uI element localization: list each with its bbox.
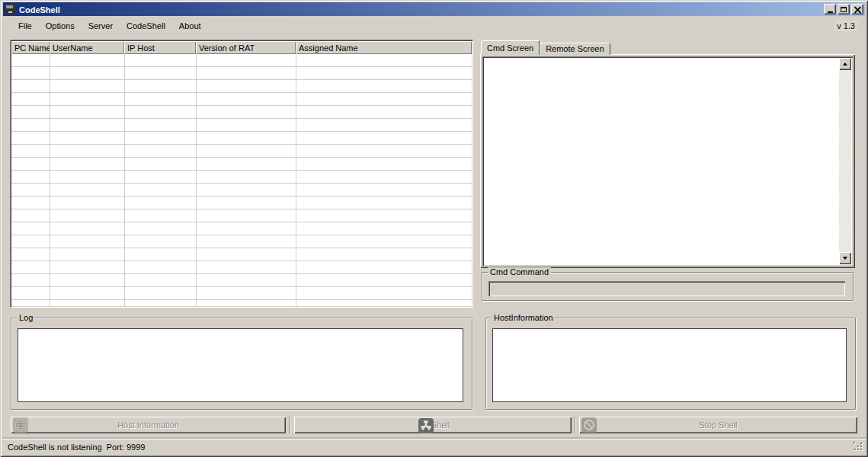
column-header-pc-name[interactable]: PC Name xyxy=(11,41,50,54)
cmd-command-groupbox: Cmd Command xyxy=(482,272,854,301)
column-header-version-of-rat[interactable]: Version of RAT xyxy=(196,41,296,54)
column-header-ip-host[interactable]: IP Host xyxy=(124,41,196,54)
stop-shell-button-label: Stop Shell xyxy=(699,420,737,430)
scrollbar-track[interactable] xyxy=(839,70,851,252)
window-controls xyxy=(824,4,863,14)
cmd-screen-tabpage xyxy=(480,54,855,268)
listview-header: PC Name UserName IP Host Version of RAT … xyxy=(11,41,472,54)
minimize-button[interactable] xyxy=(824,4,836,14)
version-label: v 1.3 xyxy=(834,21,858,31)
grid-line xyxy=(296,54,296,306)
titlebar: CodeShell xyxy=(3,2,865,16)
menu-item-options[interactable]: Options xyxy=(39,19,82,33)
prohibition-icon xyxy=(581,417,597,433)
button-separator xyxy=(575,417,576,433)
column-header-username[interactable]: UserName xyxy=(50,41,124,54)
grid-line xyxy=(196,54,197,306)
scroll-down-button[interactable] xyxy=(839,252,851,264)
globe-icon xyxy=(13,417,28,433)
radiation-icon xyxy=(418,418,434,433)
menubar: File Options Server CodeShell About v 1.… xyxy=(3,18,865,34)
clients-listview[interactable]: PC Name UserName IP Host Version of RAT … xyxy=(10,40,473,308)
listview-body[interactable] xyxy=(11,54,472,306)
maximize-icon xyxy=(841,7,847,12)
menu-item-codeshell[interactable]: CodeShell xyxy=(120,19,172,33)
cmd-command-label: Cmd Command xyxy=(488,267,551,277)
shell-button[interactable]: Shell xyxy=(294,417,572,433)
vertical-scrollbar xyxy=(839,58,851,264)
tab-remote-screen[interactable]: Remote Screen xyxy=(540,43,610,55)
log-groupbox: Log xyxy=(11,318,472,410)
minimize-icon xyxy=(828,11,833,13)
resize-grip[interactable] xyxy=(854,442,863,452)
scroll-up-button[interactable] xyxy=(839,58,851,70)
host-information-button-label: Host Information xyxy=(117,420,179,430)
arrow-up-icon xyxy=(843,62,847,66)
status-text: CodeShell is not listening Port: 9999 xyxy=(8,443,145,452)
host-information-label: HostInformation xyxy=(492,313,556,323)
host-information-groupbox: HostInformation xyxy=(485,318,856,410)
statusbar: CodeShell is not listening Port: 9999 xyxy=(2,439,866,455)
close-button[interactable] xyxy=(851,4,863,14)
shell-button-label: Shell xyxy=(431,420,450,430)
app-icon xyxy=(5,5,16,14)
grid-line xyxy=(124,54,125,306)
window-title: CodeShell xyxy=(19,5,824,14)
grid-line xyxy=(50,54,50,306)
button-separator xyxy=(289,417,290,433)
column-header-assigned-name[interactable]: Assigned Name xyxy=(296,41,472,54)
menu-item-file[interactable]: File xyxy=(11,19,39,33)
cmd-output-textbox[interactable] xyxy=(482,56,853,266)
host-information-button[interactable]: Host Information xyxy=(11,417,286,433)
menu-item-server[interactable]: Server xyxy=(82,19,120,33)
maximize-button[interactable] xyxy=(838,4,850,14)
cmd-command-input[interactable] xyxy=(488,281,845,296)
host-information-textbox[interactable] xyxy=(492,328,847,402)
app-window: CodeShell File Options Server CodeShell … xyxy=(0,0,868,457)
arrow-down-icon xyxy=(843,257,847,260)
log-label: Log xyxy=(17,313,35,323)
menu-item-about[interactable]: About xyxy=(172,19,208,33)
log-textbox[interactable] xyxy=(18,328,463,402)
tab-cmd-screen[interactable]: Cmd Screen xyxy=(481,40,540,55)
stop-shell-button[interactable]: Stop Shell xyxy=(579,417,857,433)
screen-tabs: Cmd Screen Remote Screen xyxy=(481,40,610,55)
close-icon xyxy=(854,6,861,13)
